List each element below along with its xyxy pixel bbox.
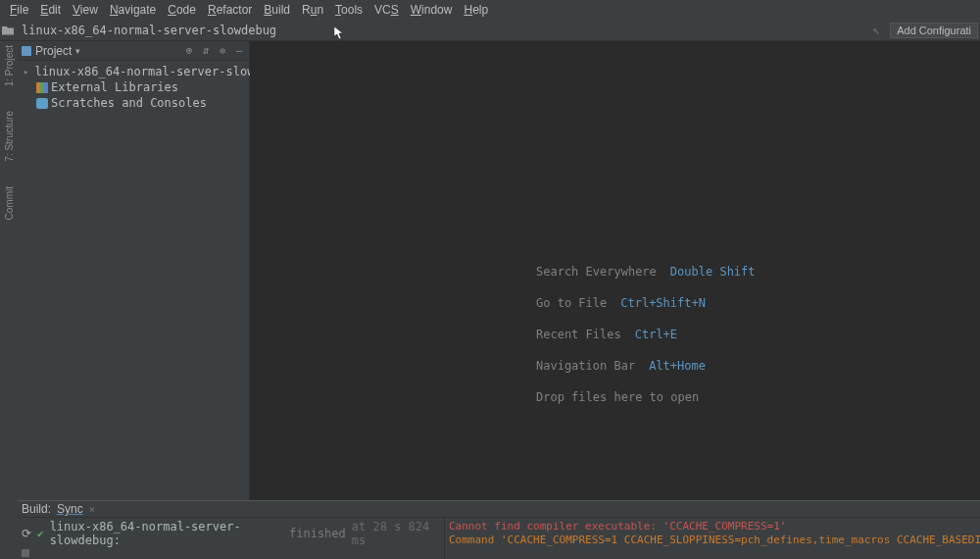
tree-external-libraries[interactable]: External Libraries — [20, 79, 247, 95]
menu-code[interactable]: Code — [162, 1, 202, 19]
hint-navbar-label: Navigation Bar — [536, 359, 635, 373]
hide-icon[interactable]: — — [233, 44, 245, 57]
project-name: linux-x86_64-normal-server-slowdebug — [22, 24, 276, 37]
gear-icon[interactable]: ✲ — [217, 44, 228, 57]
editor-hints: Search Everywhere Double Shift Go to Fil… — [536, 265, 756, 404]
nav-bar: linux-x86_64-normal-server-slowdebug ↖ A… — [0, 20, 980, 41]
chevron-right-icon[interactable]: ▸ — [24, 67, 28, 76]
build-error-line: Command 'CCACHE_COMPRESS=1 CCACHE_SLOPPI… — [449, 534, 976, 547]
hint-search-key: Double Shift — [670, 265, 756, 279]
check-icon: ✔ — [37, 528, 44, 540]
tree-root[interactable]: ▸ linux-x86_64-normal-server-slowde — [20, 64, 247, 79]
add-configuration-button[interactable]: Add Configurati — [890, 23, 978, 38]
build-error-line: Cannot find compiler executable: 'CCACHE… — [449, 520, 976, 534]
breadcrumb[interactable]: linux-x86_64-normal-server-slowdebug — [2, 24, 276, 37]
build-tabs: Build: Sync × — [18, 501, 980, 518]
project-tool-window: Project ▾ ⊕ ⇵ ✲ — ▸ linux-x86_64-normal-… — [18, 41, 250, 500]
menu-edit[interactable]: Edit — [34, 1, 67, 19]
menu-vcs[interactable]: VCS — [368, 1, 405, 19]
build-summary: ⟳ ✔ linux-x86_64-normal-server-slowdebug… — [18, 518, 444, 559]
chevron-down-icon[interactable]: ▾ — [75, 46, 80, 56]
build-body: ⟳ ✔ linux-x86_64-normal-server-slowdebug… — [18, 518, 980, 559]
locate-icon[interactable]: ⊕ — [183, 44, 195, 57]
hint-gotofile-label: Go to File — [536, 296, 607, 310]
menu-tools[interactable]: Tools — [329, 1, 368, 19]
build-tool-window: Build: Sync × ⟳ ✔ linux-x86_64-normal-se… — [18, 500, 980, 559]
menubar: File Edit View Navigate Code Refactor Bu… — [0, 0, 980, 20]
library-icon — [36, 82, 48, 93]
stop-icon[interactable] — [22, 549, 29, 557]
expand-all-icon[interactable]: ⇵ — [200, 44, 212, 57]
hint-search-label: Search Everywhere — [536, 265, 657, 279]
folder-icon — [2, 25, 14, 35]
project-view-icon — [22, 46, 31, 56]
project-view-title[interactable]: Project — [35, 44, 72, 58]
left-tool-stripe: 1: Project 7: Structure Commit — [0, 41, 18, 522]
hint-navbar-key: Alt+Home — [649, 359, 706, 373]
build-tab-title: Build: — [22, 502, 51, 516]
menu-view[interactable]: View — [67, 1, 104, 19]
build-tab-sync[interactable]: Sync — [57, 502, 83, 516]
hint-recent-label: Recent Files — [536, 328, 621, 341]
menu-window[interactable]: Window — [405, 1, 459, 19]
scratch-icon — [36, 98, 48, 109]
stripe-project[interactable]: 1: Project — [4, 45, 15, 86]
menu-help[interactable]: Help — [458, 1, 494, 19]
project-header: Project ▾ ⊕ ⇵ ✲ — — [18, 41, 249, 61]
hint-recent-key: Ctrl+E — [635, 328, 677, 341]
refresh-icon[interactable]: ⟳ — [22, 527, 31, 540]
stripe-structure[interactable]: 7: Structure — [4, 111, 15, 162]
build-output[interactable]: Cannot find compiler executable: 'CCACHE… — [444, 518, 980, 559]
menu-build[interactable]: Build — [258, 1, 296, 19]
menu-navigate[interactable]: Navigate — [104, 1, 162, 19]
stripe-commit[interactable]: Commit — [4, 186, 15, 220]
hint-drop: Drop files here to open — [536, 390, 699, 404]
hint-gotofile-key: Ctrl+Shift+N — [620, 296, 706, 310]
build-status: finished — [289, 527, 346, 540]
menu-file[interactable]: File — [4, 1, 34, 19]
project-tree: ▸ linux-x86_64-normal-server-slowde Exte… — [18, 61, 249, 114]
close-icon[interactable]: × — [89, 504, 95, 515]
left-stripe-bottom — [0, 500, 18, 559]
build-project-name[interactable]: linux-x86_64-normal-server-slowdebug: — [50, 520, 283, 547]
nav-back-icon[interactable]: ↖ — [868, 23, 884, 37]
build-time: at 28 s 824 ms — [352, 520, 440, 547]
editor-empty-state: Search Everywhere Double Shift Go to Fil… — [250, 41, 980, 500]
menu-refactor[interactable]: Refactor — [202, 1, 258, 19]
tree-scratches[interactable]: Scratches and Consoles — [20, 95, 247, 111]
menu-run[interactable]: Run — [296, 1, 329, 19]
